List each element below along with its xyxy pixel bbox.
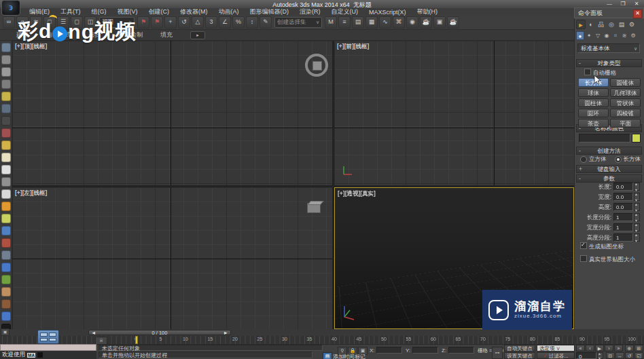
close-button[interactable]: ✕ <box>632 1 641 7</box>
frame-spinner-icon[interactable] <box>597 352 603 359</box>
primitive-button[interactable]: 四棱锥 <box>610 109 641 117</box>
time-tag-icon[interactable]: ▤ <box>323 352 332 359</box>
dock-icon-05[interactable] <box>1 92 11 101</box>
systems-category-icon[interactable]: ⚙ <box>629 31 637 40</box>
orbit-icon[interactable]: ↺ <box>625 352 634 359</box>
create-tab[interactable]: ► <box>576 20 586 29</box>
parameter-field[interactable]: 0.0 <box>613 203 633 211</box>
shapes-category-icon[interactable]: ✦ <box>585 31 593 40</box>
command-panel-titlebar[interactable]: 命令面板 ✕ <box>574 7 644 18</box>
viewport-left[interactable]: [+][左][线框] <box>12 187 332 329</box>
next-frame-button[interactable]: › <box>605 345 613 352</box>
object-color-swatch[interactable] <box>632 134 641 143</box>
select-and-move-icon[interactable]: + <box>164 16 177 29</box>
hierarchy-tab[interactable]: 品 <box>596 20 606 29</box>
helpers-category-icon[interactable]: ⌗ <box>611 31 620 40</box>
align-icon[interactable]: ≡ <box>338 16 351 29</box>
parameter-field[interactable]: 0.0 <box>613 183 633 191</box>
parameter-field[interactable]: 1 <box>613 223 633 231</box>
object-name-input[interactable] <box>579 134 630 143</box>
dock-icon-17[interactable] <box>1 238 11 248</box>
mirror-icon[interactable]: M <box>325 16 337 29</box>
spinner-icon[interactable] <box>634 193 640 201</box>
cameras-category-icon[interactable]: ◉ <box>603 31 611 40</box>
percent-snap-icon[interactable]: % <box>232 16 245 29</box>
viewport-left-label[interactable]: [+][左][线框] <box>15 189 47 197</box>
pan-icon[interactable]: ↔ <box>615 352 624 359</box>
parameter-field[interactable]: 1 <box>613 213 633 221</box>
maximize-button[interactable]: ❒ <box>618 1 628 7</box>
display-tab[interactable]: ▤ <box>617 20 626 29</box>
set-key-toggle-icon[interactable]: ⊶ <box>492 347 503 359</box>
dock-icon-12[interactable] <box>1 177 11 187</box>
dock-icon-04[interactable] <box>1 79 11 89</box>
dock-icon-08[interactable] <box>1 128 11 138</box>
time-slider-handle[interactable]: ◄ 0 / 100 ► <box>88 330 231 335</box>
time-marker[interactable] <box>135 336 138 344</box>
dock-icon-15[interactable] <box>1 214 11 223</box>
ribbon-tab[interactable]: 填充 <box>160 31 173 39</box>
layer-manager-icon[interactable]: ▤ <box>352 16 364 29</box>
select-and-link-icon[interactable]: ∞ <box>3 16 15 29</box>
dock-icon-10[interactable] <box>1 153 11 162</box>
go-to-end-button[interactable]: » <box>614 345 623 352</box>
menu-item[interactable]: MAXScript(X) <box>364 9 411 16</box>
edit-named-selections-icon[interactable]: ✎ <box>260 16 272 29</box>
x-coord-field[interactable] <box>376 347 402 354</box>
dock-icon-14[interactable] <box>1 202 11 211</box>
ribbon-media-button[interactable]: ▸ <box>190 31 205 39</box>
lights-category-icon[interactable]: ▽ <box>594 31 602 40</box>
dock-icon-09[interactable] <box>1 140 11 150</box>
auto-key-button[interactable]: 自动关键点 <box>504 345 535 352</box>
set-key-button[interactable]: 设置关键点 <box>504 352 535 359</box>
primitive-button[interactable]: 圆环 <box>578 109 609 117</box>
prev-frame-button[interactable]: ‹ <box>586 345 594 352</box>
utilities-tab[interactable]: ⚙ <box>627 20 637 29</box>
schematic-view-icon[interactable]: ⌘ <box>393 16 405 29</box>
named-selection-sets-dropdown[interactable]: 创建选择集∨ <box>274 17 322 28</box>
spinner-icon[interactable] <box>634 213 640 221</box>
current-frame-field[interactable]: 0 <box>576 352 596 359</box>
dock-icon-19[interactable] <box>1 263 11 272</box>
render-production-icon[interactable]: ☕ <box>447 16 459 29</box>
viewport-front[interactable]: [+][前][线框] <box>334 41 574 185</box>
dock-icon-22[interactable] <box>1 299 11 309</box>
render-setup-icon[interactable]: ☕ <box>420 16 432 29</box>
z-coord-field[interactable] <box>448 347 474 354</box>
rollout-parameters[interactable]: - 参数 <box>576 174 642 183</box>
primitive-button[interactable]: 茶壶 <box>578 119 609 128</box>
go-to-start-button[interactable]: « <box>576 345 585 352</box>
selection-set-dropdown[interactable]: 选定项 ∨ <box>537 345 575 352</box>
zoom-region-icon[interactable]: ⊟ <box>606 352 615 359</box>
graphite-ribbon-icon[interactable]: ▦ <box>365 16 378 29</box>
spinner-icon[interactable] <box>634 223 640 231</box>
rollout-creation-method[interactable]: - 创建方法 <box>576 147 642 155</box>
prev-frame-arrow[interactable]: ◄ <box>91 330 96 336</box>
primitive-button[interactable]: 管状体 <box>610 98 641 107</box>
creation-method-radio[interactable]: 立方体 <box>580 155 607 164</box>
maximize-viewport-icon[interactable]: ◱ <box>634 352 643 359</box>
material-editor-icon[interactable]: ◉ <box>406 16 418 29</box>
pin-flag-icon[interactable]: ⚑ <box>137 16 149 29</box>
creation-method-radio[interactable]: 长方体 <box>615 155 641 164</box>
dock-icon-11[interactable] <box>1 165 11 174</box>
modify-tab[interactable]: ◐ <box>586 20 596 29</box>
viewport-top[interactable]: [+][顶][线框] <box>12 41 332 185</box>
spinner-snap-icon[interactable]: ↕ <box>246 16 258 29</box>
angle-snap-icon[interactable]: ∠ <box>219 16 231 29</box>
spinner-icon[interactable] <box>634 203 640 211</box>
y-coord-field[interactable] <box>412 347 438 354</box>
rendered-frame-icon[interactable]: ▣ <box>433 16 446 29</box>
time-tag-label[interactable]: 添加时间标记 <box>333 353 365 359</box>
dock-icon-16[interactable] <box>1 226 11 235</box>
dock-icon-21[interactable] <box>1 287 11 297</box>
open-mini-listener-icon[interactable]: ▣ <box>1 328 10 336</box>
next-frame-arrow[interactable]: ► <box>223 330 228 336</box>
dock-icon-20[interactable] <box>1 275 11 284</box>
parameter-field[interactable]: 0.0 <box>613 193 633 201</box>
select-and-scale-icon[interactable]: △ <box>192 16 204 29</box>
rollout-keyboard-entry[interactable]: + 键盘输入 <box>576 165 642 173</box>
viewport-layout-button[interactable] <box>37 330 59 344</box>
max-logo-icon[interactable]: ϶ <box>1 0 20 16</box>
dock-icon-13[interactable] <box>1 189 11 199</box>
